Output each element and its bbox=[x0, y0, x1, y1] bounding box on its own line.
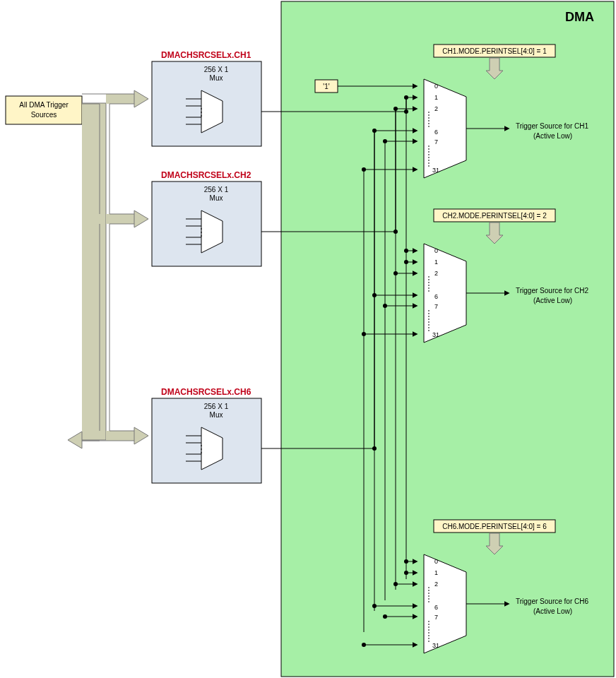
dma-title: DMA bbox=[565, 10, 594, 24]
constant-1-label: '1' bbox=[323, 83, 329, 90]
svg-point-103 bbox=[383, 304, 387, 308]
svg-text:1: 1 bbox=[434, 94, 438, 101]
svg-text:6: 6 bbox=[434, 604, 438, 611]
svg-text:6: 6 bbox=[434, 293, 438, 300]
svg-point-106 bbox=[404, 571, 408, 575]
svg-text:Trigger Source for CH1: Trigger Source for CH1 bbox=[516, 122, 588, 130]
svg-point-101 bbox=[393, 271, 398, 275]
svg-text:31: 31 bbox=[432, 331, 439, 338]
mux-ch6: DMACHSRCSELx.CH6 256 X 1 Mux bbox=[152, 387, 261, 483]
svg-point-112 bbox=[362, 167, 366, 172]
mux-ch1: DMACHSRCSELx.CH1 256 X 1 Mux bbox=[152, 50, 261, 146]
mux-ch1-title: DMACHSRCSELx.CH1 bbox=[161, 50, 251, 60]
svg-text:1: 1 bbox=[434, 569, 438, 576]
svg-text:Trigger Source for CH2: Trigger Source for CH2 bbox=[516, 287, 588, 295]
svg-point-99 bbox=[404, 249, 408, 253]
svg-point-97 bbox=[393, 230, 398, 234]
trigger-sources-label-1: All DMA Trigger bbox=[19, 101, 69, 109]
svg-text:6: 6 bbox=[434, 129, 438, 136]
svg-text:CH2.MODE.PERINTSEL[4:0] = 2: CH2.MODE.PERINTSEL[4:0] = 2 bbox=[442, 212, 547, 220]
svg-text:31: 31 bbox=[432, 167, 439, 174]
svg-point-109 bbox=[383, 614, 387, 619]
svg-text:256 X 1: 256 X 1 bbox=[204, 403, 229, 410]
svg-point-115 bbox=[404, 95, 408, 100]
svg-text:(Active Low): (Active Low) bbox=[533, 607, 572, 615]
svg-point-114 bbox=[393, 107, 398, 111]
svg-text:2: 2 bbox=[434, 105, 438, 112]
svg-point-110 bbox=[362, 643, 366, 647]
svg-text:31: 31 bbox=[432, 642, 439, 649]
svg-point-111 bbox=[383, 139, 387, 143]
svg-text:2: 2 bbox=[434, 581, 438, 588]
svg-text:Mux: Mux bbox=[210, 194, 223, 202]
svg-point-100 bbox=[404, 260, 408, 264]
svg-text:0: 0 bbox=[434, 247, 438, 254]
svg-text:7: 7 bbox=[434, 303, 438, 310]
svg-text:CH1.MODE.PERINTSEL[4:0] = 1: CH1.MODE.PERINTSEL[4:0] = 1 bbox=[442, 47, 547, 55]
svg-text:7: 7 bbox=[434, 614, 438, 621]
svg-point-102 bbox=[372, 293, 377, 297]
svg-point-113 bbox=[372, 129, 377, 133]
svg-text:7: 7 bbox=[434, 138, 438, 145]
trigger-sources-label-2: Sources bbox=[31, 111, 57, 119]
svg-point-107 bbox=[393, 582, 398, 586]
svg-text:Mux: Mux bbox=[210, 74, 223, 82]
svg-text:CH6.MODE.PERINTSEL[4:0] = 6: CH6.MODE.PERINTSEL[4:0] = 6 bbox=[442, 523, 547, 530]
mux-ch6-title: DMACHSRCSELx.CH6 bbox=[161, 387, 251, 397]
svg-point-104 bbox=[362, 332, 366, 336]
svg-text:256 X 1: 256 X 1 bbox=[204, 186, 229, 194]
svg-text:0: 0 bbox=[434, 558, 438, 565]
svg-point-98 bbox=[372, 446, 377, 451]
svg-text:0: 0 bbox=[434, 83, 438, 90]
svg-text:2: 2 bbox=[434, 270, 438, 277]
mux-ch2-title: DMACHSRCSELx.CH2 bbox=[161, 170, 251, 180]
svg-text:Mux: Mux bbox=[210, 411, 223, 419]
mux-ch2: DMACHSRCSELx.CH2 256 X 1 Mux bbox=[152, 170, 261, 266]
svg-text:256 X 1: 256 X 1 bbox=[204, 66, 229, 73]
svg-text:1: 1 bbox=[434, 258, 438, 266]
trigger-sources-box bbox=[6, 96, 82, 124]
svg-point-96 bbox=[404, 109, 408, 114]
svg-point-108 bbox=[372, 604, 377, 608]
svg-text:Trigger Source for CH6: Trigger Source for CH6 bbox=[516, 597, 588, 605]
svg-text:(Active Low): (Active Low) bbox=[533, 297, 572, 304]
svg-point-105 bbox=[404, 559, 408, 564]
svg-text:(Active Low): (Active Low) bbox=[533, 132, 572, 140]
